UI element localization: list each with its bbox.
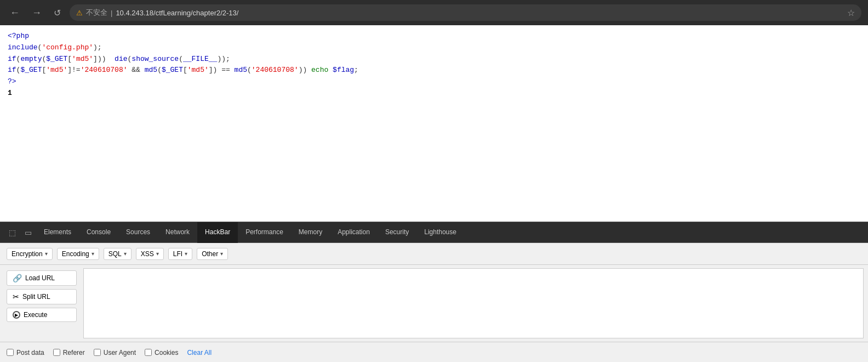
xss-caret: ▾ bbox=[156, 251, 159, 257]
bookmark-icon[interactable]: ☆ bbox=[847, 8, 855, 18]
page-content: <?php include('config.php'); if(empty($_… bbox=[0, 25, 868, 222]
devtools-tabbar: ⬚ ▭ Elements Console Sources Network Hac… bbox=[0, 222, 868, 243]
clear-all-button[interactable]: Clear All bbox=[187, 349, 212, 357]
referer-label[interactable]: Referer bbox=[53, 349, 85, 357]
tab-lighthouse[interactable]: Lighthouse bbox=[416, 222, 464, 243]
tab-performance[interactable]: Performance bbox=[238, 222, 291, 243]
browser-chrome: ← → ↺ ⚠ 不安全 | 10.4.243.18/ctfLearning/ch… bbox=[0, 0, 868, 25]
other-label: Other bbox=[202, 250, 218, 258]
referer-checkbox[interactable] bbox=[53, 349, 60, 356]
hackbar-bottom-row: Post data Referer User Agent Cookies Cle… bbox=[0, 342, 868, 362]
devtools-panel: ⬚ ▭ Elements Console Sources Network Hac… bbox=[0, 222, 868, 362]
encoding-caret: ▾ bbox=[92, 251, 94, 257]
code-line-1: <?php bbox=[8, 31, 860, 42]
cookies-checkbox[interactable] bbox=[145, 349, 152, 356]
cookies-text: Cookies bbox=[155, 349, 178, 357]
user-agent-text: User Agent bbox=[104, 349, 136, 357]
load-url-icon: 🔗 bbox=[13, 274, 22, 282]
hackbar-action-buttons: 🔗 Load URL ✂ Split URL ▶ Execute bbox=[2, 268, 79, 338]
other-dropdown[interactable]: Other ▾ bbox=[197, 248, 228, 260]
security-warning-icon: ⚠ bbox=[76, 9, 83, 17]
tab-network[interactable]: Network bbox=[158, 222, 197, 243]
code-line-2: include('config.php'); bbox=[8, 42, 860, 54]
encryption-caret: ▾ bbox=[45, 251, 48, 257]
tab-sources[interactable]: Sources bbox=[118, 222, 158, 243]
execute-button[interactable]: ▶ Execute bbox=[7, 308, 77, 322]
tab-elements[interactable]: Elements bbox=[36, 222, 79, 243]
encoding-label: Encoding bbox=[62, 250, 89, 258]
hackbar-url-area: 🔗 Load URL ✂ Split URL ▶ Execute bbox=[0, 265, 868, 342]
referer-text: Referer bbox=[63, 349, 85, 357]
other-caret: ▾ bbox=[220, 251, 223, 257]
insecure-label: 不安全 bbox=[86, 8, 107, 18]
lfi-dropdown[interactable]: LFI ▾ bbox=[168, 248, 192, 260]
user-agent-label[interactable]: User Agent bbox=[94, 349, 136, 357]
url-input[interactable] bbox=[83, 268, 864, 338]
cookies-label[interactable]: Cookies bbox=[145, 349, 178, 357]
user-agent-checkbox[interactable] bbox=[94, 349, 101, 356]
execute-icon: ▶ bbox=[13, 311, 20, 319]
lfi-label: LFI bbox=[173, 250, 182, 258]
hackbar-toolbar: Encryption ▾ Encoding ▾ SQL ▾ XSS ▾ LFI … bbox=[0, 243, 868, 265]
lfi-caret: ▾ bbox=[185, 251, 187, 257]
separator: | bbox=[111, 9, 112, 17]
split-url-icon: ✂ bbox=[13, 292, 19, 301]
xss-label: XSS bbox=[141, 250, 154, 258]
split-url-button[interactable]: ✂ Split URL bbox=[7, 289, 77, 304]
encoding-dropdown[interactable]: Encoding ▾ bbox=[57, 248, 99, 260]
sql-label: SQL bbox=[108, 250, 122, 258]
hackbar-content: Encryption ▾ Encoding ▾ SQL ▾ XSS ▾ LFI … bbox=[0, 243, 868, 362]
device-toggle-icon[interactable]: ▭ bbox=[20, 222, 36, 243]
tab-security[interactable]: Security bbox=[378, 222, 416, 243]
code-line-4: if($_GET['md5']!='240610708' && md5($_GE… bbox=[8, 65, 860, 76]
post-data-checkbox[interactable] bbox=[7, 349, 14, 356]
tab-console[interactable]: Console bbox=[79, 222, 118, 243]
tab-application[interactable]: Application bbox=[330, 222, 378, 243]
reload-button[interactable]: ↺ bbox=[50, 5, 64, 20]
forward-button[interactable]: → bbox=[28, 5, 45, 21]
sql-caret: ▾ bbox=[124, 251, 127, 257]
encryption-label: Encryption bbox=[12, 250, 43, 258]
load-url-button[interactable]: 🔗 Load URL bbox=[7, 270, 77, 286]
code-line-3: if(empty($_GET['md5'])) die(show_source(… bbox=[8, 54, 860, 65]
xss-dropdown[interactable]: XSS ▾ bbox=[136, 248, 164, 260]
back-button[interactable]: ← bbox=[7, 5, 23, 21]
url-display: 10.4.243.18/ctfLearning/chapter2/2-13/ bbox=[116, 9, 238, 17]
post-data-label[interactable]: Post data bbox=[7, 349, 44, 357]
inspect-element-icon[interactable]: ⬚ bbox=[4, 222, 20, 243]
code-line-6: 1 bbox=[8, 88, 860, 99]
execute-label: Execute bbox=[24, 311, 47, 319]
tab-hackbar[interactable]: HackBar bbox=[197, 222, 238, 243]
post-data-text: Post data bbox=[16, 349, 44, 357]
address-bar[interactable]: ⚠ 不安全 | 10.4.243.18/ctfLearning/chapter2… bbox=[70, 4, 861, 21]
sql-dropdown[interactable]: SQL ▾ bbox=[104, 248, 132, 260]
load-url-label: Load URL bbox=[25, 274, 55, 282]
encryption-dropdown[interactable]: Encryption ▾ bbox=[7, 248, 53, 260]
split-url-label: Split URL bbox=[22, 293, 50, 301]
code-line-5: ?> bbox=[8, 76, 860, 88]
tab-memory[interactable]: Memory bbox=[291, 222, 330, 243]
